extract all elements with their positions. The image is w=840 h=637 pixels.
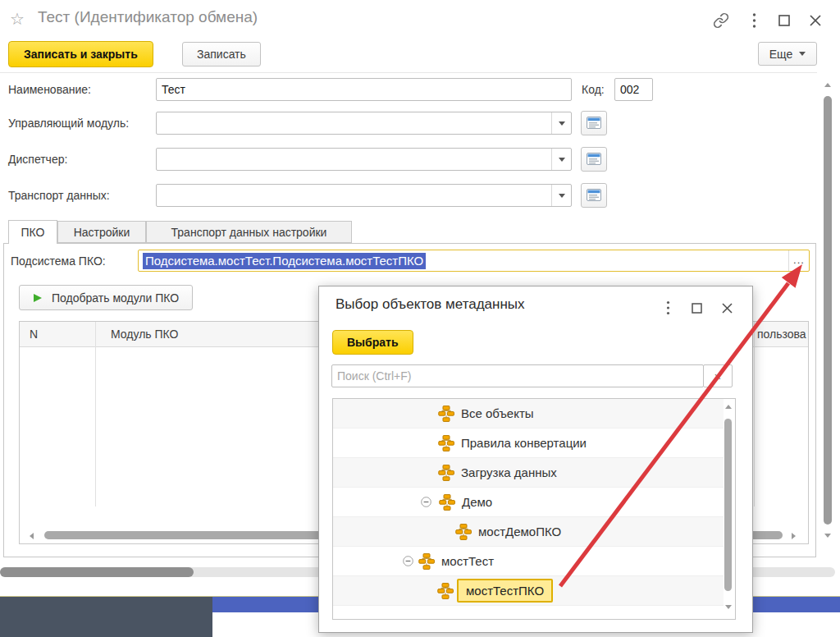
chevron-down-icon <box>559 121 565 126</box>
more-button-label: Еще <box>769 48 793 61</box>
transport-combo[interactable] <box>156 184 572 207</box>
subsystem-label: Подсистема ПКО: <box>11 250 134 273</box>
link-icon[interactable] <box>712 11 730 30</box>
table-scroll-left-arrow[interactable] <box>30 533 34 539</box>
hscroll-thumb[interactable] <box>0 567 194 577</box>
chevron-down-icon <box>799 52 806 56</box>
pick-pko-modules-label: Подобрать модули ПКО <box>52 291 179 305</box>
tree-item-most-test-pko[interactable]: мостТестПКО <box>333 576 724 606</box>
transport-label: Транспорт данных: <box>8 184 156 207</box>
close-icon[interactable] <box>806 11 824 30</box>
subsystem-icon <box>438 406 454 422</box>
dispatcher-combo[interactable] <box>156 148 572 171</box>
toolbar-separator <box>0 72 817 73</box>
tab-pko[interactable]: ПКО <box>8 220 57 244</box>
subsystem-icon <box>455 524 472 540</box>
tab-settings[interactable]: Настройки <box>57 221 146 243</box>
pick-pko-modules-button[interactable]: Подобрать модули ПКО <box>19 285 193 310</box>
dialog-title: Выбор объектов метаданных <box>336 296 525 313</box>
column-separator <box>95 322 96 506</box>
module-open-form-button[interactable] <box>581 111 607 135</box>
play-icon <box>33 293 43 303</box>
collapse-icon[interactable] <box>421 497 432 508</box>
dialog-maximize-icon[interactable] <box>687 299 705 317</box>
tree-item-most-demo-pko[interactable]: мостДемоПКО <box>333 517 724 547</box>
tree-item-conversion-rules[interactable]: Правила конвертации <box>333 428 724 458</box>
dialog-menu-kebab-icon[interactable] <box>659 299 677 317</box>
vscroll-down-arrow[interactable] <box>824 534 831 538</box>
module-combo-arrow[interactable] <box>551 112 571 134</box>
vscroll-thumb[interactable] <box>824 96 832 525</box>
column-header-n[interactable]: N <box>30 322 94 347</box>
search-clear-button[interactable]: × <box>703 364 733 387</box>
subsystem-icon <box>438 465 454 481</box>
tree-item-all-objects[interactable]: Все объекты <box>333 399 724 428</box>
subsystem-field[interactable]: Подсистема.мостТест.Подсистема.мостТестП… <box>138 250 810 272</box>
subsystem-value-selected-text: Подсистема.мостТест.Подсистема.мостТестП… <box>143 253 426 269</box>
column-separator <box>754 322 755 506</box>
table-scroll-right-arrow[interactable] <box>792 533 796 539</box>
collapse-icon[interactable] <box>403 556 414 567</box>
dispatcher-combo-arrow[interactable] <box>551 149 571 170</box>
subsystem-icon <box>418 553 435 570</box>
transport-combo-arrow[interactable] <box>551 185 571 206</box>
background-dark-panel <box>0 597 212 637</box>
tree-item-demo[interactable]: Демо <box>333 488 724 517</box>
screen: ☆ Тест (Идентификатор обмена) Записать и… <box>0 0 840 637</box>
subsystem-choose-ellipsis-button[interactable]: ... <box>788 250 809 271</box>
select-button[interactable]: Выбрать <box>332 330 413 355</box>
code-input[interactable] <box>614 78 653 101</box>
dialog-close-icon[interactable] <box>718 299 736 317</box>
dispatcher-open-form-button[interactable] <box>581 147 607 172</box>
tree-item-data-load[interactable]: Загрузка данных <box>333 458 724 488</box>
save-and-close-button[interactable]: Записать и закрыть <box>8 41 153 67</box>
metadata-tree: Все объекты Правила конвертации Загрузка… <box>332 398 736 620</box>
dispatcher-label: Диспетчер: <box>8 148 156 171</box>
page-title: Тест (Идентификатор обмена) <box>38 8 258 26</box>
transport-open-form-button[interactable] <box>581 183 607 208</box>
module-label: Управляющий модуль: <box>8 112 156 135</box>
tab-transport-settings[interactable]: Транспорт данных настройки <box>146 221 352 243</box>
search-input[interactable] <box>331 364 704 387</box>
chevron-down-icon <box>559 158 565 162</box>
selected-tree-item[interactable]: мостТестПКО <box>457 579 553 603</box>
window-menu-kebab-icon[interactable] <box>745 11 763 30</box>
more-button[interactable]: Еще <box>758 42 817 66</box>
module-combo[interactable] <box>156 112 572 135</box>
code-label: Код: <box>582 78 613 101</box>
chevron-down-icon <box>559 194 565 198</box>
maximize-icon[interactable] <box>775 11 793 30</box>
column-header-user[interactable]: пользова <box>757 322 808 347</box>
favorite-star-icon[interactable]: ☆ <box>10 9 25 29</box>
tree-scroll-up-arrow[interactable] <box>725 405 732 409</box>
name-label: Наименование: <box>8 78 156 101</box>
metadata-select-dialog: Выбор объектов метаданных Выбрать × Все … <box>318 286 753 633</box>
subsystem-icon <box>437 583 454 599</box>
save-button[interactable]: Записать <box>182 42 261 66</box>
vscroll-up-arrow[interactable] <box>824 83 831 87</box>
tree-scroll-down-arrow[interactable] <box>725 605 732 609</box>
name-input[interactable] <box>156 78 572 101</box>
tree-item-most-test[interactable]: мостТест <box>333 547 724 576</box>
subsystem-icon <box>438 435 454 451</box>
tree-vscroll-thumb[interactable] <box>724 419 732 591</box>
subsystem-icon <box>439 494 455 511</box>
